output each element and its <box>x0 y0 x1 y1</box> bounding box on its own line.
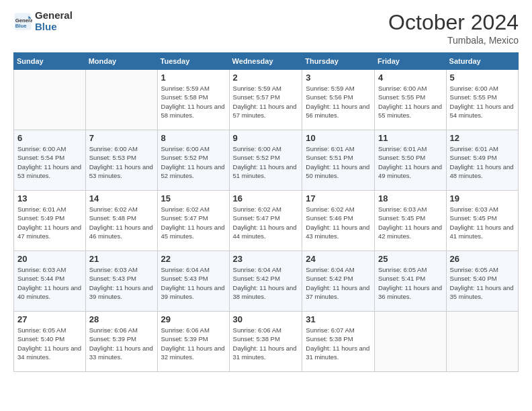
header-cell-thursday: Thursday <box>302 53 375 70</box>
calendar-cell: 4Sunrise: 6:00 AMSunset: 5:55 PMDaylight… <box>374 70 446 130</box>
day-number: 22 <box>161 254 226 264</box>
day-info: Sunrise: 6:03 AMSunset: 5:43 PMDaylight:… <box>89 265 154 301</box>
header-row: SundayMondayTuesdayWednesdayThursdayFrid… <box>14 53 519 70</box>
calendar-cell: 2Sunrise: 5:59 AMSunset: 5:57 PMDaylight… <box>229 70 302 130</box>
logo: General Blue General Blue <box>13 10 73 32</box>
day-number: 24 <box>306 254 371 264</box>
calendar-cell: 6Sunrise: 6:00 AMSunset: 5:54 PMDaylight… <box>14 130 86 191</box>
calendar-cell <box>14 70 86 130</box>
calendar-header: SundayMondayTuesdayWednesdayThursdayFrid… <box>14 53 519 70</box>
logo-line1: General <box>35 10 73 21</box>
day-number: 20 <box>17 254 82 264</box>
week-row-0: 1Sunrise: 5:59 AMSunset: 5:58 PMDaylight… <box>14 70 519 130</box>
day-info: Sunrise: 6:00 AMSunset: 5:55 PMDaylight:… <box>378 84 443 120</box>
calendar-cell: 9Sunrise: 6:00 AMSunset: 5:52 PMDaylight… <box>229 130 302 191</box>
day-info: Sunrise: 6:03 AMSunset: 5:45 PMDaylight:… <box>378 205 443 240</box>
calendar-cell: 20Sunrise: 6:03 AMSunset: 5:44 PMDayligh… <box>14 251 86 312</box>
header-cell-saturday: Saturday <box>446 53 518 70</box>
day-number: 29 <box>161 314 226 324</box>
day-number: 28 <box>89 314 154 324</box>
day-number: 3 <box>306 73 371 83</box>
week-row-1: 6Sunrise: 6:00 AMSunset: 5:54 PMDaylight… <box>14 130 519 191</box>
day-info: Sunrise: 6:05 AMSunset: 5:40 PMDaylight:… <box>450 265 515 301</box>
title-area: October 2024 Tumbala, Mexico <box>388 10 519 46</box>
day-info: Sunrise: 6:04 AMSunset: 5:42 PMDaylight:… <box>233 265 299 301</box>
calendar-cell: 8Sunrise: 6:00 AMSunset: 5:52 PMDaylight… <box>157 130 229 191</box>
day-info: Sunrise: 6:05 AMSunset: 5:40 PMDaylight:… <box>17 326 82 361</box>
calendar-cell: 29Sunrise: 6:06 AMSunset: 5:39 PMDayligh… <box>157 312 229 372</box>
day-info: Sunrise: 6:06 AMSunset: 5:38 PMDaylight:… <box>233 326 299 361</box>
day-info: Sunrise: 6:00 AMSunset: 5:55 PMDaylight:… <box>450 84 515 120</box>
calendar-cell <box>374 312 446 372</box>
day-info: Sunrise: 6:02 AMSunset: 5:48 PMDaylight:… <box>89 205 154 240</box>
day-number: 27 <box>17 314 82 324</box>
logo-icon: General Blue <box>13 12 32 31</box>
page: General Blue General Blue October 2024 T… <box>0 0 532 411</box>
week-row-4: 27Sunrise: 6:05 AMSunset: 5:40 PMDayligh… <box>14 312 519 372</box>
calendar-cell: 11Sunrise: 6:01 AMSunset: 5:50 PMDayligh… <box>374 130 446 191</box>
day-info: Sunrise: 5:59 AMSunset: 5:58 PMDaylight:… <box>161 84 226 120</box>
day-info: Sunrise: 6:04 AMSunset: 5:43 PMDaylight:… <box>161 265 226 301</box>
calendar-cell: 21Sunrise: 6:03 AMSunset: 5:43 PMDayligh… <box>85 251 157 312</box>
location-subtitle: Tumbala, Mexico <box>388 35 519 46</box>
calendar-cell: 22Sunrise: 6:04 AMSunset: 5:43 PMDayligh… <box>157 251 229 312</box>
calendar-cell: 31Sunrise: 6:07 AMSunset: 5:38 PMDayligh… <box>302 312 375 372</box>
day-info: Sunrise: 6:01 AMSunset: 5:49 PMDaylight:… <box>17 205 82 240</box>
calendar-cell: 12Sunrise: 6:01 AMSunset: 5:49 PMDayligh… <box>446 130 518 191</box>
svg-text:Blue: Blue <box>15 23 27 29</box>
day-info: Sunrise: 6:01 AMSunset: 5:50 PMDaylight:… <box>378 144 443 180</box>
day-number: 11 <box>378 133 443 143</box>
day-info: Sunrise: 6:03 AMSunset: 5:45 PMDaylight:… <box>450 205 515 240</box>
calendar-cell: 24Sunrise: 6:04 AMSunset: 5:42 PMDayligh… <box>302 251 375 312</box>
day-info: Sunrise: 6:03 AMSunset: 5:44 PMDaylight:… <box>17 265 82 301</box>
header: General Blue General Blue October 2024 T… <box>13 10 519 46</box>
day-number: 6 <box>17 133 82 143</box>
day-number: 7 <box>89 133 154 143</box>
day-number: 16 <box>233 193 299 203</box>
day-number: 4 <box>378 73 443 83</box>
day-number: 26 <box>450 254 515 264</box>
day-number: 13 <box>17 193 82 203</box>
day-number: 21 <box>89 254 154 264</box>
day-info: Sunrise: 6:02 AMSunset: 5:46 PMDaylight:… <box>306 205 371 240</box>
day-number: 18 <box>378 193 443 203</box>
week-row-2: 13Sunrise: 6:01 AMSunset: 5:49 PMDayligh… <box>14 191 519 251</box>
calendar-cell: 27Sunrise: 6:05 AMSunset: 5:40 PMDayligh… <box>14 312 86 372</box>
header-cell-monday: Monday <box>85 53 157 70</box>
calendar-cell: 15Sunrise: 6:02 AMSunset: 5:47 PMDayligh… <box>157 191 229 251</box>
calendar-cell: 28Sunrise: 6:06 AMSunset: 5:39 PMDayligh… <box>85 312 157 372</box>
day-info: Sunrise: 6:07 AMSunset: 5:38 PMDaylight:… <box>306 326 371 361</box>
day-info: Sunrise: 5:59 AMSunset: 5:57 PMDaylight:… <box>233 84 299 120</box>
day-info: Sunrise: 6:06 AMSunset: 5:39 PMDaylight:… <box>161 326 226 361</box>
day-number: 23 <box>233 254 299 264</box>
calendar-cell: 7Sunrise: 6:00 AMSunset: 5:53 PMDaylight… <box>85 130 157 191</box>
day-number: 5 <box>450 73 515 83</box>
calendar-cell <box>446 312 518 372</box>
day-info: Sunrise: 6:06 AMSunset: 5:39 PMDaylight:… <box>89 326 154 361</box>
calendar-cell: 18Sunrise: 6:03 AMSunset: 5:45 PMDayligh… <box>374 191 446 251</box>
day-number: 14 <box>89 193 154 203</box>
day-info: Sunrise: 6:04 AMSunset: 5:42 PMDaylight:… <box>306 265 371 301</box>
week-row-3: 20Sunrise: 6:03 AMSunset: 5:44 PMDayligh… <box>14 251 519 312</box>
logo-line2: Blue <box>35 21 73 33</box>
calendar-cell: 5Sunrise: 6:00 AMSunset: 5:55 PMDaylight… <box>446 70 518 130</box>
day-number: 10 <box>306 133 371 143</box>
header-cell-tuesday: Tuesday <box>157 53 229 70</box>
calendar-table: SundayMondayTuesdayWednesdayThursdayFrid… <box>13 52 519 372</box>
calendar-cell: 14Sunrise: 6:02 AMSunset: 5:48 PMDayligh… <box>85 191 157 251</box>
day-info: Sunrise: 5:59 AMSunset: 5:56 PMDaylight:… <box>306 84 371 120</box>
month-title: October 2024 <box>388 10 519 35</box>
calendar-body: 1Sunrise: 5:59 AMSunset: 5:58 PMDaylight… <box>14 70 519 372</box>
calendar-cell: 13Sunrise: 6:01 AMSunset: 5:49 PMDayligh… <box>14 191 86 251</box>
calendar-cell: 23Sunrise: 6:04 AMSunset: 5:42 PMDayligh… <box>229 251 302 312</box>
header-cell-wednesday: Wednesday <box>229 53 302 70</box>
day-number: 12 <box>450 133 515 143</box>
day-number: 17 <box>306 193 371 203</box>
day-number: 25 <box>378 254 443 264</box>
header-cell-sunday: Sunday <box>14 53 86 70</box>
day-info: Sunrise: 6:01 AMSunset: 5:49 PMDaylight:… <box>450 144 515 180</box>
day-number: 31 <box>306 314 371 324</box>
day-info: Sunrise: 6:01 AMSunset: 5:51 PMDaylight:… <box>306 144 371 180</box>
day-number: 2 <box>233 73 299 83</box>
day-number: 8 <box>161 133 226 143</box>
